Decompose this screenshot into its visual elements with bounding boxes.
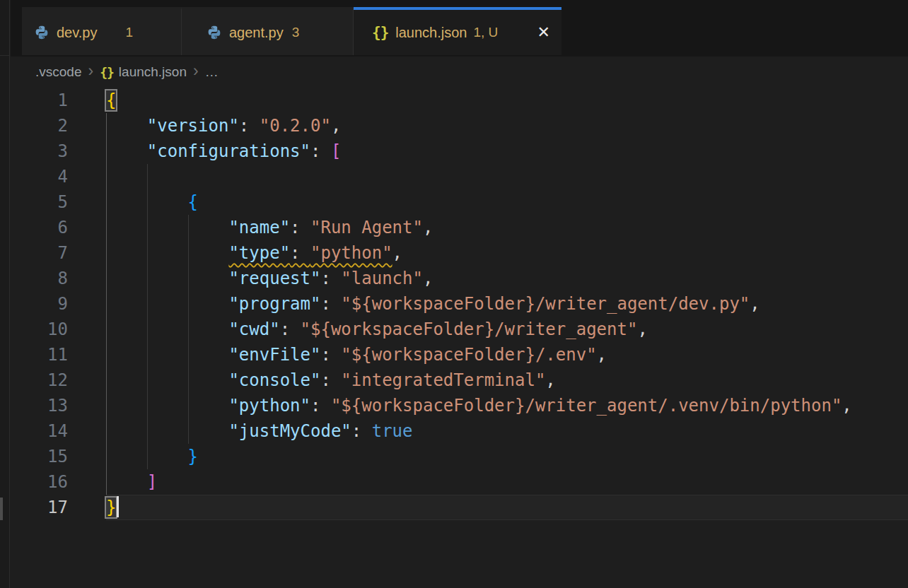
tab-dev-py[interactable]: dev.py 1 xyxy=(22,7,182,55)
line-number: 12 xyxy=(11,368,68,393)
code-content: { xyxy=(106,88,908,113)
breadcrumb-folder[interactable]: .vscode xyxy=(35,64,81,80)
code-line[interactable]: 4 xyxy=(11,164,908,189)
tab-problems-badge: 1 xyxy=(125,25,133,40)
line-number: 9 xyxy=(11,291,68,317)
code-content: { xyxy=(106,189,908,215)
code-content: "envFile": "${workspaceFolder}/.env", xyxy=(106,342,908,368)
code-line[interactable]: 5 { xyxy=(11,189,908,215)
line-number: 14 xyxy=(11,418,68,444)
code-line[interactable]: 15 } xyxy=(11,444,908,469)
warning-squiggle-span: "type": "python" xyxy=(228,243,392,263)
code-line[interactable]: 11 "envFile": "${workspaceFolder}/.env", xyxy=(11,342,908,368)
line-number: 2 xyxy=(11,113,68,139)
python-icon xyxy=(206,25,222,40)
editor-tab-bar: dev.py 1 agent.py 3 {} launch.json 1, U … xyxy=(11,0,908,57)
code-line[interactable]: 6 "name": "Run Agent", xyxy=(11,215,908,240)
breadcrumb-file[interactable]: launch.json xyxy=(119,64,187,80)
line-number: 11 xyxy=(11,342,68,368)
line-number: 17 xyxy=(11,495,68,520)
line-number: 1 xyxy=(11,88,68,113)
code-content: "justMyCode": true xyxy=(106,418,908,444)
text-cursor xyxy=(117,496,119,517)
tab-problems-git-badge: 1, U xyxy=(473,25,498,40)
line-number: 7 xyxy=(11,240,68,266)
code-content: "python": "${workspaceFolder}/writer_age… xyxy=(106,393,908,418)
breadcrumb: .vscode › {} launch.json › … xyxy=(11,57,908,88)
tab-problems-badge: 3 xyxy=(292,25,300,40)
code-line[interactable]: 12 "console": "integratedTerminal", xyxy=(11,368,908,393)
line-number: 8 xyxy=(11,266,68,291)
code-content: } xyxy=(106,444,908,469)
code-line[interactable]: 14 "justMyCode": true xyxy=(11,418,908,444)
code-content: "console": "integratedTerminal", xyxy=(106,368,908,393)
code-line[interactable]: 10 "cwd": "${workspaceFolder}/writer_age… xyxy=(11,317,908,342)
line-number: 16 xyxy=(11,469,68,495)
python-icon xyxy=(34,25,50,40)
code-line[interactable]: 16 ] xyxy=(11,469,908,495)
code-line[interactable]: 17} xyxy=(11,495,908,520)
code-line[interactable]: 8 "request": "launch", xyxy=(11,266,908,291)
line-number: 4 xyxy=(11,164,68,189)
chevron-right-icon: › xyxy=(88,61,93,81)
editor-group: dev.py 1 agent.py 3 {} launch.json 1, U … xyxy=(11,0,908,588)
code-line[interactable]: 7 "type": "python", xyxy=(11,240,908,266)
code-content: "type": "python", xyxy=(106,240,908,266)
code-line[interactable]: 3 "configurations": [ xyxy=(11,139,908,164)
code-content: ] xyxy=(106,469,908,495)
code-line[interactable]: 2 "version": "0.2.0", xyxy=(11,113,908,139)
line-number: 6 xyxy=(11,215,68,240)
code-line[interactable]: 1{ xyxy=(11,88,908,113)
tab-label: launch.json xyxy=(395,25,467,41)
code-content: "version": "0.2.0", xyxy=(106,113,908,139)
code-lines: 1{2 "version": "0.2.0",3 "configurations… xyxy=(11,88,908,520)
sidebar-edge xyxy=(0,0,10,588)
chevron-right-icon: › xyxy=(193,61,199,81)
code-editor[interactable]: 1{2 "version": "0.2.0",3 "configurations… xyxy=(11,88,908,588)
tab-launch-json[interactable]: {} launch.json 1, U ✕ xyxy=(354,7,561,55)
line-number: 10 xyxy=(11,317,68,342)
tab-label: agent.py xyxy=(229,25,284,41)
code-content: "configurations": [ xyxy=(106,139,908,164)
line-number: 5 xyxy=(11,189,68,215)
tab-label: dev.py xyxy=(57,25,97,41)
breadcrumb-symbol-tail[interactable]: … xyxy=(205,64,219,80)
code-line[interactable]: 13 "python": "${workspaceFolder}/writer_… xyxy=(11,393,908,418)
json-braces-icon: {} xyxy=(100,65,114,80)
sidebar-scrollbar-thumb[interactable] xyxy=(0,498,3,520)
tab-agent-py[interactable]: agent.py 3 xyxy=(182,7,354,55)
json-braces-icon: {} xyxy=(372,24,388,41)
code-line[interactable]: 9 "program": "${workspaceFolder}/writer_… xyxy=(11,291,908,317)
code-content: "request": "launch", xyxy=(106,266,908,291)
code-content xyxy=(106,164,908,189)
code-content: "cwd": "${workspaceFolder}/writer_agent"… xyxy=(106,317,908,342)
close-icon[interactable]: ✕ xyxy=(537,25,550,40)
line-number: 13 xyxy=(11,393,68,418)
line-number: 15 xyxy=(11,444,68,469)
code-content: } xyxy=(106,495,908,520)
code-content: "name": "Run Agent", xyxy=(106,215,908,240)
line-number: 3 xyxy=(11,139,68,164)
code-content: "program": "${workspaceFolder}/writer_ag… xyxy=(106,291,908,317)
vscode-window: dev.py 1 agent.py 3 {} launch.json 1, U … xyxy=(0,0,908,588)
tabbar-bottom-divider xyxy=(0,55,10,56)
